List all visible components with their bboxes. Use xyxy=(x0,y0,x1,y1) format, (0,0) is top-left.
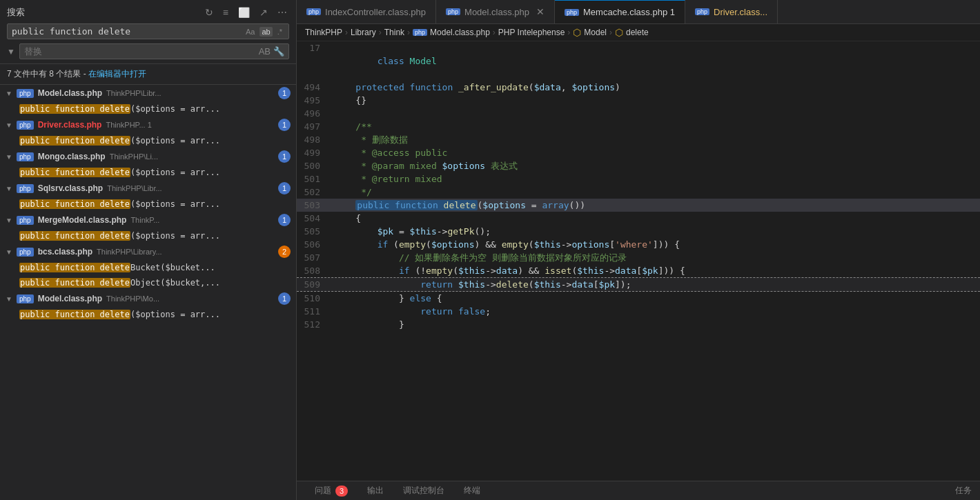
breadcrumb-delete[interactable]: delete xyxy=(626,28,649,37)
file-header-mongo[interactable]: ▼ php Mongo.class.php ThinkPHP\Li... 1 xyxy=(0,148,296,165)
chevron-down-icon: ▼ xyxy=(6,185,12,192)
fn: delete xyxy=(496,279,529,290)
match-word-btn[interactable]: ab xyxy=(259,27,272,37)
breadcrumb-sep: › xyxy=(493,28,496,37)
search-input[interactable] xyxy=(12,26,241,37)
php-badge: php xyxy=(17,248,34,257)
toggle-replace-btn[interactable]: ▼ xyxy=(7,47,15,57)
file-group-model1: ▼ php Model.class.php ThinkPHP\Libr... 1… xyxy=(0,85,296,117)
tab-debug-console[interactable]: 调试控制台 xyxy=(393,481,454,501)
line-content: {} xyxy=(331,94,980,107)
result-line[interactable]: public function deleteBucket($bucket... xyxy=(0,260,296,275)
result-context: ($options = arr... xyxy=(130,310,220,319)
kw: public xyxy=(357,200,389,210)
line-number: 507 xyxy=(297,251,331,264)
var: $this xyxy=(458,266,485,276)
var: $this xyxy=(534,279,561,290)
line-content: * 删除数据 xyxy=(331,133,980,146)
result-line[interactable]: public function delete($options = arr... xyxy=(0,133,296,148)
file-group-driver: ▼ php Driver.class.php ThinkPHP... 1 1 p… xyxy=(0,117,296,148)
file-name-bcs: bcs.class.php xyxy=(38,247,92,257)
breadcrumb-intelephense[interactable]: PHP Intelephense xyxy=(498,28,565,37)
breadcrumb-thinkphp[interactable]: ThinkPHP xyxy=(305,28,342,37)
preserve-case-icon[interactable]: AB xyxy=(259,46,271,57)
breadcrumb-library[interactable]: Library xyxy=(351,28,376,37)
file-header-model1[interactable]: ▼ php Model.class.php ThinkPHP\Libr... 1 xyxy=(0,85,296,101)
result-context: ($options = arr... xyxy=(130,168,220,177)
kw: function xyxy=(395,200,438,210)
tab-output[interactable]: 输出 xyxy=(357,481,393,501)
result-context: ($options = arr... xyxy=(130,104,220,114)
tab-model[interactable]: php Model.class.php ✕ xyxy=(436,0,555,23)
result-line[interactable]: public function deleteObject($bucket,... xyxy=(0,275,296,290)
breadcrumb-sep: › xyxy=(609,28,612,37)
kw: protected xyxy=(355,82,404,92)
line-content: * @access public xyxy=(331,146,980,159)
tasks-text: 任务 xyxy=(955,486,972,495)
replace-action-icon[interactable]: 🔧 xyxy=(273,46,284,57)
line-number: 496 xyxy=(297,107,331,120)
result-context: Object($bucket,... xyxy=(130,278,220,288)
result-line[interactable]: public function delete($options = arr... xyxy=(0,197,296,212)
tab-terminal[interactable]: 终端 xyxy=(454,481,490,501)
line-content: { xyxy=(331,212,980,225)
file-header-model2[interactable]: ▼ php Model.class.php ThinkPHP\Mo... 1 xyxy=(0,290,296,307)
clear-results-icon[interactable]: ⬜ xyxy=(236,6,252,19)
tasks-label[interactable]: 任务 xyxy=(955,485,972,497)
match-count-sqlsrv: 1 xyxy=(278,182,291,194)
result-line[interactable]: public function delete($options = arr... xyxy=(0,307,296,322)
line-number: 501 xyxy=(297,172,331,186)
match-case-btn[interactable]: Aa xyxy=(244,27,257,37)
comment: */ xyxy=(355,187,371,197)
tab-driver[interactable]: php Driver.class... xyxy=(685,0,778,23)
replace-input[interactable] xyxy=(24,46,256,57)
open-new-icon[interactable]: ↗ xyxy=(257,6,270,19)
chevron-down-icon: ▼ xyxy=(6,217,12,224)
line-content: } else { xyxy=(331,292,980,305)
breadcrumb-model-file[interactable]: Model.class.php xyxy=(430,28,490,37)
open-in-editor-link[interactable]: 在编辑器中打开 xyxy=(88,69,146,79)
breadcrumb-model-class[interactable]: Model xyxy=(584,28,607,37)
refresh-icon[interactable]: ↻ xyxy=(203,6,215,19)
file-header-mergemodel[interactable]: ▼ php MergeModel.class.php ThinkP... 1 xyxy=(0,212,296,228)
code-line-509: 509 return $this->delete($this->data[$pk… xyxy=(297,277,980,292)
result-line[interactable]: public function delete($options = arr... xyxy=(0,101,296,117)
tab-close-model[interactable]: ✕ xyxy=(536,6,545,17)
problems-count-badge: 3 xyxy=(335,486,348,497)
match-highlight: public function delete xyxy=(19,263,130,272)
problems-label: 问题 xyxy=(315,485,331,497)
breadcrumb: ThinkPHP › Library › Think › php Model.c… xyxy=(297,24,980,41)
breadcrumb-sep: › xyxy=(345,28,348,37)
php-badge: php xyxy=(17,294,34,303)
file-header-sqlsrv[interactable]: ▼ php Sqlsrv.class.php ThinkPHP\Libr... … xyxy=(0,180,296,197)
collapse-all-icon[interactable]: ≡ xyxy=(221,6,231,19)
tab-indexcontroller[interactable]: php IndexController.class.php xyxy=(297,0,436,23)
line-content: * @param mixed $options 表达式 xyxy=(331,159,980,172)
code-line-500: 500 * @param mixed $options 表达式 xyxy=(297,159,980,172)
code-editor[interactable]: 17 class Model 494 protected function _a… xyxy=(297,41,980,481)
regex-btn[interactable]: .* xyxy=(275,27,284,37)
chevron-down-icon: ▼ xyxy=(6,153,12,161)
result-line[interactable]: public function delete($options = arr... xyxy=(0,228,296,243)
result-line[interactable]: public function delete($options = arr... xyxy=(0,165,296,180)
match-highlight: public function delete xyxy=(19,310,130,319)
code-line-class: 17 class Model xyxy=(297,41,980,81)
tab-label-indexcontroller: IndexController.class.php xyxy=(325,7,426,17)
fn: empty xyxy=(502,239,529,250)
line-content: if (empty($options) && empty($this->opti… xyxy=(331,238,980,251)
var: $this xyxy=(410,226,437,237)
more-actions-icon[interactable]: ⋯ xyxy=(275,6,289,19)
tab-problems[interactable]: 问题 3 xyxy=(305,481,357,501)
php-badge: php xyxy=(17,216,34,225)
var: $options xyxy=(431,239,475,250)
file-path-sqlsrv: ThinkPHP\Libr... xyxy=(107,184,161,192)
search-panel: 搜索 ↻ ≡ ⬜ ↗ ⋯ Aa ab .* ▼ AB 🔧 7 文件中有 8 个 xyxy=(0,0,297,500)
tab-memcache[interactable]: php Memcache.class.php 1 xyxy=(555,0,685,23)
file-header-bcs[interactable]: ▼ php bcs.class.php ThinkPHP\Library... … xyxy=(0,243,296,260)
results-text: 7 文件中有 8 个结果 - xyxy=(7,69,88,79)
results-summary: 7 文件中有 8 个结果 - 在编辑器中打开 xyxy=(0,64,296,85)
file-group-mongo: ▼ php Mongo.class.php ThinkPHP\Li... 1 p… xyxy=(0,148,296,180)
file-header-driver[interactable]: ▼ php Driver.class.php ThinkPHP... 1 1 xyxy=(0,117,296,133)
breadcrumb-think[interactable]: Think xyxy=(384,28,404,37)
code-line-512: 512 } xyxy=(297,318,980,331)
